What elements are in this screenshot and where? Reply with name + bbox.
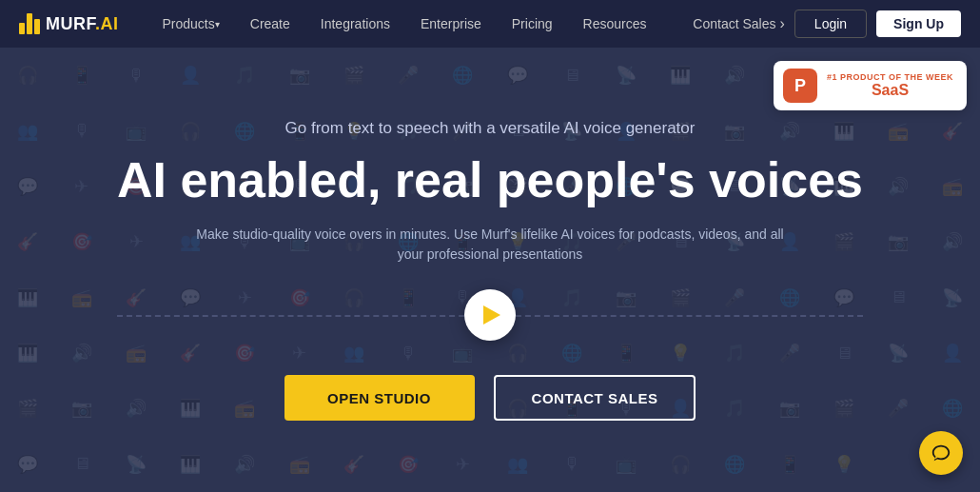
navbar: MURF.AI Products Create Integrations Ent… [0,0,980,48]
bg-icon: 🌐 [708,437,762,492]
bg-icon: 📱 [54,48,108,103]
bg-icon: 🎬 [0,381,54,436]
play-section [117,282,863,348]
bg-icon: 📡 [108,437,163,492]
bg-icon: 📻 [272,437,326,492]
login-button[interactable]: Login [794,10,867,38]
nav-item-resources[interactable]: Resources [568,0,662,48]
cta-buttons: OPEN STUDIO CONTACT SALES [284,375,696,421]
bg-icon: 🎸 [0,214,54,269]
hero-content: Go from text to speech with a versatile … [79,119,901,421]
logo-text: MURF.AI [46,14,119,34]
nav-item-pricing[interactable]: Pricing [497,0,568,48]
bg-icon: 📡 [598,48,653,103]
bg-icon: 🔊 [926,214,980,269]
chat-icon [931,443,951,463]
logo-bar-1 [19,23,25,34]
hero-description: Make studio-quality voice overs in minut… [195,225,785,265]
bg-icon: 👥 [0,103,54,158]
hero-section: 🎧 📱 🎙 👤 🎵 📷 🎬 🎤 🌐 💬 🖥 📡 🎹 🔊 📻 🎸 🎯 ✈ 👥 🎙 … [0,48,980,492]
bg-icon: 🖥 [54,437,108,492]
bg-icon: 🎸 [926,103,980,158]
bg-icon: 🎸 [326,437,381,492]
product-hunt-badge[interactable]: P #1 PRODUCT OF THE WEEK SaaS [774,61,967,110]
nav-item-create[interactable]: Create [235,0,305,48]
nav-item-integrations[interactable]: Integrations [305,0,405,48]
bg-icon: 🎧 [0,48,54,103]
hero-title: AI enabled, real people's voices [117,153,863,207]
signup-button[interactable]: Sign Up [876,10,961,37]
bg-icon: 🎙 [544,437,598,492]
play-button[interactable] [464,289,516,341]
bg-icon: 🎹 [0,325,54,381]
bg-icon: 🎹 [164,437,218,492]
nav-links: Products Create Integrations Enterprise … [147,0,694,48]
bg-icon: 👤 [926,325,980,381]
bg-icon: 🎹 [654,48,708,103]
bg-icon: 🖥 [544,48,598,103]
bg-icon: 🎤 [382,48,436,103]
bg-icon: 💡 [816,437,871,492]
bg-icon: 🌐 [926,381,980,436]
bg-icon: 📷 [272,48,326,103]
bg-icon: 💬 [0,437,54,492]
nav-right: Contact Sales Login Sign Up [693,10,961,38]
bg-icon: 📻 [926,159,980,214]
product-hunt-text: #1 PRODUCT OF THE WEEK SaaS [827,72,953,99]
nav-item-enterprise[interactable]: Enterprise [405,0,497,48]
bg-icon: 💬 [490,48,544,103]
nav-item-products[interactable]: Products [147,0,235,48]
play-icon [483,305,500,325]
hero-subtitle: Go from text to speech with a versatile … [285,119,696,138]
bg-icon: 🎯 [382,437,436,492]
logo[interactable]: MURF.AI [19,13,119,34]
product-hunt-logo: P [783,69,817,103]
logo-bar-2 [27,13,32,34]
open-studio-button[interactable]: OPEN STUDIO [284,375,475,421]
contact-sales-button[interactable]: CONTACT SALES [494,375,696,421]
ph-label: #1 PRODUCT OF THE WEEK [827,72,953,82]
bg-icon: 📱 [762,437,816,492]
bg-icon: 📺 [598,437,653,492]
bg-icon: 🎹 [0,270,54,325]
contact-sales-nav[interactable]: Contact Sales [693,15,785,32]
chat-bubble-button[interactable] [919,431,963,475]
bg-icon: 🔊 [218,437,272,492]
logo-bar-3 [34,19,40,34]
bg-icon: ✈ [436,437,490,492]
bg-icon: 🎙 [108,48,163,103]
logo-icon [19,13,40,34]
bg-icon: 👤 [164,48,218,103]
bg-icon: 🎵 [218,48,272,103]
bg-icon: 🔊 [708,48,762,103]
ph-product: SaaS [827,82,953,99]
bg-icon: 🎧 [654,437,708,492]
bg-icon: 🌐 [436,48,490,103]
bg-icon: 🎬 [326,48,381,103]
bg-icon: 👥 [490,437,544,492]
bg-icon: 💬 [0,159,54,214]
bg-icon: 📡 [926,270,980,325]
